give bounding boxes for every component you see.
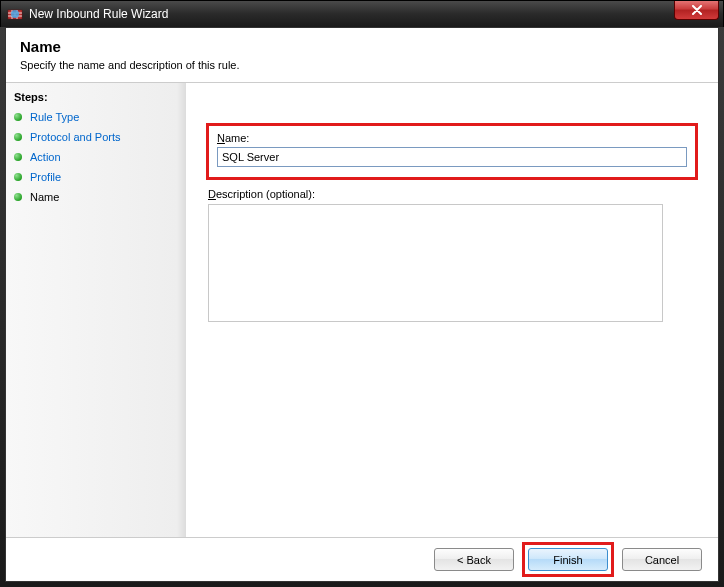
step-label: Rule Type	[30, 111, 79, 123]
desc-label-rest: escription (optional):	[216, 188, 315, 200]
name-label-rest: ame:	[225, 132, 249, 144]
description-label: Description (optional):	[208, 188, 698, 200]
firewall-icon	[7, 6, 23, 22]
steps-header: Steps:	[14, 89, 178, 107]
bullet-icon	[14, 153, 22, 161]
step-label: Profile	[30, 171, 61, 183]
close-button[interactable]	[674, 1, 719, 20]
steps-panel: Steps: Rule Type Protocol and Ports Acti…	[6, 83, 186, 537]
page-subtitle: Specify the name and description of this…	[20, 59, 704, 71]
step-action[interactable]: Action	[14, 147, 178, 167]
bullet-icon	[14, 193, 22, 201]
finish-highlight-box: Finish	[522, 542, 614, 577]
step-protocol-and-ports[interactable]: Protocol and Ports	[14, 127, 178, 147]
name-input[interactable]	[217, 147, 687, 167]
wizard-body: Steps: Rule Type Protocol and Ports Acti…	[6, 83, 718, 537]
bullet-icon	[14, 113, 22, 121]
bullet-icon	[14, 173, 22, 181]
cancel-label: Cancel	[645, 554, 679, 566]
step-rule-type[interactable]: Rule Type	[14, 107, 178, 127]
main-panel: Name: Description (optional):	[186, 83, 718, 537]
cancel-button[interactable]: Cancel	[622, 548, 702, 571]
desc-accel: D	[208, 188, 216, 200]
wizard-header: Name Specify the name and description of…	[6, 28, 718, 83]
back-label: < Back	[457, 554, 491, 566]
step-label: Action	[30, 151, 61, 163]
finish-label: Finish	[553, 554, 582, 566]
name-accel: N	[217, 132, 225, 144]
window-title: New Inbound Rule Wizard	[29, 7, 168, 21]
bullet-icon	[14, 133, 22, 141]
description-input[interactable]	[208, 204, 663, 322]
title-bar: New Inbound Rule Wizard	[1, 1, 723, 28]
svg-point-8	[11, 10, 19, 18]
back-button[interactable]: < Back	[434, 548, 514, 571]
step-profile[interactable]: Profile	[14, 167, 178, 187]
step-name[interactable]: Name	[14, 187, 178, 207]
content-frame: Name Specify the name and description of…	[5, 27, 719, 582]
page-title: Name	[20, 38, 704, 55]
step-label: Name	[30, 191, 59, 203]
button-bar: < Back Finish Cancel	[6, 537, 718, 581]
step-label: Protocol and Ports	[30, 131, 121, 143]
name-label: Name:	[217, 132, 687, 144]
name-highlight-box: Name:	[206, 123, 698, 180]
finish-button[interactable]: Finish	[528, 548, 608, 571]
close-icon	[691, 5, 703, 15]
